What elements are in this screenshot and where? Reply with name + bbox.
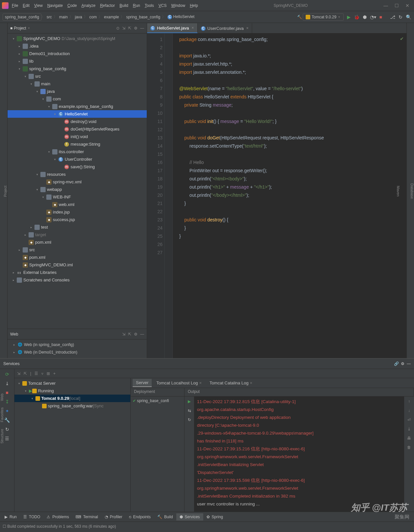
menu-help[interactable]: Help xyxy=(190,3,198,8)
editor-tab[interactable]: UserController.java× xyxy=(198,23,252,33)
menu-navigate[interactable]: Navigate xyxy=(47,3,63,8)
breadcrumb-item[interactable]: com xyxy=(87,14,99,20)
services-tree-row[interactable]: ▾ ▶ Running xyxy=(14,387,130,395)
hide-icon[interactable]: — xyxy=(140,332,144,337)
tree-row[interactable]: ▾resources xyxy=(8,171,147,178)
tree-row[interactable]: message:String xyxy=(8,140,147,148)
tree-row[interactable]: ▾itss.controller xyxy=(8,148,147,155)
scroll-up-icon[interactable]: ↑ xyxy=(408,399,410,404)
view-icon[interactable]: ⊞ xyxy=(47,371,50,376)
deploy-sync-icon[interactable]: ⇆ xyxy=(188,408,191,413)
web-item[interactable]: ▸🌐Web (in spring_base_config) xyxy=(8,341,147,348)
tab-close-icon[interactable]: × xyxy=(192,26,194,30)
update-app-icon[interactable]: ⤓ xyxy=(5,381,9,386)
console-output[interactable]: 11-Dec-2022 17:39:12.815 信息 [Catalina-ut… xyxy=(194,397,404,512)
tree-row[interactable]: ▾UserController xyxy=(8,155,147,163)
menu-tools[interactable]: Tools xyxy=(145,3,154,8)
expand-icon[interactable]: ⇲ xyxy=(122,26,125,31)
tree-row[interactable]: doGet(HttpServletReques xyxy=(8,125,147,133)
minimize-icon[interactable]: — xyxy=(383,3,388,8)
tree-row[interactable]: ▾webapp xyxy=(8,186,147,193)
bottom-tab-services[interactable]: ⬢Services xyxy=(176,513,203,521)
tree-row[interactable]: ▾main xyxy=(8,80,147,88)
tree-row[interactable]: ▾example.spring_base_config xyxy=(8,103,147,110)
tree-row[interactable]: ▾WEB-INF xyxy=(8,193,147,201)
bottom-tab-build[interactable]: 🔨Build xyxy=(154,513,176,521)
tree-row[interactable]: ▾SpringMVC_DEMOD:\Java_study\project\Spr… xyxy=(8,35,147,42)
bottom-tab-terminal[interactable]: ⌨Terminal xyxy=(72,513,101,521)
tree-row[interactable]: ▸lib xyxy=(8,57,147,65)
services-tree[interactable]: ▾ Tomcat Server ▾ ▶ Running ▾ Tomcat 9.0… xyxy=(14,378,131,512)
more-icon[interactable]: ☰ xyxy=(5,436,9,441)
bottom-tab-todo[interactable]: ☰TODO xyxy=(20,513,43,521)
services-tree-row[interactable]: ▾ Tomcat 9.0.29 [local] xyxy=(14,395,130,402)
scroll-down-icon[interactable]: ↓ xyxy=(408,408,410,413)
tree-row[interactable]: ▾HelloServlet xyxy=(8,110,147,118)
breadcrumb-item[interactable]: example xyxy=(102,14,121,20)
breadcrumb-item[interactable]: spring_base_config xyxy=(3,13,41,21)
structure-tool-tab[interactable]: Structure xyxy=(0,429,4,444)
services-tab[interactable]: Server xyxy=(133,379,152,387)
settings-icon[interactable]: ✦ xyxy=(5,408,9,414)
menu-edit[interactable]: Edit xyxy=(23,3,30,8)
tree-row[interactable]: init():void xyxy=(8,133,147,140)
project-tree[interactable]: ▾SpringMVC_DEMOD:\Java_study\project\Spr… xyxy=(8,33,147,329)
tree-row[interactable]: destroy():void xyxy=(8,118,147,125)
group-icon[interactable]: ☰ xyxy=(34,371,38,376)
tree-row[interactable]: ◆SpringMVC_DEMO.iml xyxy=(8,261,147,269)
bottom-tab-profiler[interactable]: ◔Profiler xyxy=(101,513,126,521)
git-icon[interactable]: ⎇ xyxy=(390,14,395,20)
bottom-tab-problems[interactable]: ⚠Problems xyxy=(43,513,72,521)
menu-build[interactable]: Build xyxy=(120,3,128,8)
menu-vcs[interactable]: VCS xyxy=(159,3,167,8)
inspection-ok-icon[interactable]: ✔ xyxy=(400,36,404,41)
link-icon[interactable]: 🔗 xyxy=(394,361,399,366)
close-icon[interactable]: ✕ xyxy=(405,3,409,8)
services-tree-row[interactable]: spring_base_config:war [Sync xyxy=(14,402,130,410)
soft-wrap-icon[interactable]: ⏎ xyxy=(407,418,411,422)
tree-row[interactable]: ▸src xyxy=(8,246,147,254)
deploy-icon[interactable]: ↧ xyxy=(5,399,9,404)
hide-icon[interactable]: — xyxy=(140,26,144,31)
tree-row[interactable]: ◆pom.xml xyxy=(8,254,147,261)
breadcrumb-item[interactable]: src xyxy=(45,14,54,20)
project-tool-tab[interactable]: Project xyxy=(3,186,7,197)
event-log-icon[interactable]: ☐ xyxy=(3,524,6,529)
menu-view[interactable]: View xyxy=(34,3,43,8)
tree-row[interactable]: ▸.idea xyxy=(8,42,147,50)
settings-icon[interactable]: ⚙ xyxy=(401,361,404,366)
services-tab[interactable]: Tomcat Catalina Log × xyxy=(206,379,255,387)
tree-row[interactable]: ◆spring-mvc.xml xyxy=(8,178,147,186)
menu-file[interactable]: File xyxy=(12,3,18,8)
select-opened-icon[interactable]: ⊙ xyxy=(116,26,120,31)
tree-row[interactable]: ▸Demo01_introduction xyxy=(8,50,147,57)
menu-run[interactable]: Run xyxy=(133,3,140,8)
services-tab[interactable]: Tomcat Localhost Log × xyxy=(153,379,205,387)
tree-row[interactable]: ▸Scratches and Consoles xyxy=(8,276,147,284)
search-icon[interactable]: 🔍 xyxy=(406,14,411,20)
menu-refactor[interactable]: Refactor xyxy=(100,3,115,8)
debug-icon[interactable]: 🐞 xyxy=(354,14,360,20)
collapse-icon[interactable]: ⇱ xyxy=(128,332,131,337)
scroll-to-end-icon[interactable]: ⤓ xyxy=(407,427,411,431)
web-item[interactable]: ▸🌐Web (in Demo01_introduction) xyxy=(8,348,147,356)
add-icon[interactable]: + xyxy=(53,371,55,376)
deployment-subtab[interactable]: Deployment xyxy=(131,388,185,396)
deploy-refresh-icon[interactable]: ↻ xyxy=(188,418,191,422)
services-tree-row[interactable]: ▾ Tomcat Server xyxy=(14,379,130,387)
tree-row[interactable]: ◆pom.xml xyxy=(8,238,147,246)
deploy-run-icon[interactable]: ▶ xyxy=(188,399,191,404)
breadcrumb-item[interactable]: spring_base_config xyxy=(124,14,162,20)
hammer-icon[interactable]: 🔨 xyxy=(297,15,302,19)
run-icon[interactable]: ▶ xyxy=(347,14,351,20)
menu-code[interactable]: Code xyxy=(67,3,77,8)
bottom-tab-run[interactable]: ▶Run xyxy=(1,513,20,521)
breadcrumb-item[interactable]: main xyxy=(57,14,70,20)
tab-close-icon[interactable]: × xyxy=(246,26,249,31)
breadcrumb-item[interactable]: java xyxy=(73,14,84,20)
tree-row[interactable]: ▾src xyxy=(8,72,147,80)
bottom-tab-spring[interactable]: ✿Spring xyxy=(203,513,227,521)
web-tool-tab[interactable]: Web xyxy=(0,394,4,401)
code-editor[interactable]: 1234567891011121314151617181920212223242… xyxy=(147,33,406,358)
output-subtab[interactable]: Output xyxy=(185,388,414,396)
